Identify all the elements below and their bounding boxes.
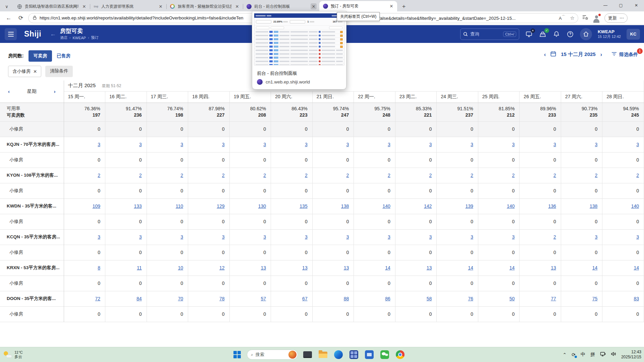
tab-search-menu-button[interactable]: ∨ bbox=[0, 1, 13, 11]
close-tab-icon[interactable]: ✕ bbox=[234, 3, 240, 9]
read-aloud-icon[interactable]: A⌒ bbox=[559, 15, 566, 21]
available-count-link[interactable]: 3 bbox=[263, 142, 266, 147]
available-count-link[interactable]: 3 bbox=[512, 142, 515, 147]
calendar-icon[interactable] bbox=[550, 51, 556, 58]
available-count-link[interactable]: 3 bbox=[595, 142, 598, 147]
available-count-link[interactable]: 3 bbox=[471, 142, 473, 147]
available-count-link[interactable]: 3 bbox=[388, 142, 390, 147]
available-count-link[interactable]: 13 bbox=[551, 265, 556, 270]
available-count-link[interactable]: 3 bbox=[429, 142, 432, 147]
available-count-link[interactable]: 135 bbox=[300, 203, 307, 209]
available-count-link[interactable]: 2 bbox=[636, 173, 639, 178]
available-count-link[interactable]: 50 bbox=[509, 296, 515, 301]
available-count-link[interactable]: 138 bbox=[341, 203, 349, 209]
back-icon[interactable]: ← bbox=[4, 13, 13, 23]
menu-dots-icon[interactable]: ⋯ bbox=[620, 15, 624, 20]
volume-tray-icon[interactable] bbox=[611, 352, 616, 358]
available-count-link[interactable]: 3 bbox=[180, 142, 183, 147]
weather-widget[interactable]: 11°C 多云 bbox=[3, 347, 23, 362]
notifications-bell-icon[interactable] bbox=[552, 30, 560, 38]
available-count-link[interactable]: 138 bbox=[590, 203, 597, 209]
available-count-link[interactable]: 3 bbox=[429, 234, 432, 240]
back-arrow-icon[interactable]: ← bbox=[50, 31, 56, 38]
workstation-offline-icon[interactable]: ✕ bbox=[525, 30, 533, 38]
available-count-link[interactable]: 3 bbox=[263, 234, 266, 240]
blue-grid-app-icon[interactable] bbox=[348, 349, 360, 360]
refresh-icon[interactable]: ⟳ bbox=[16, 13, 25, 23]
available-count-link[interactable]: 2 bbox=[595, 173, 598, 178]
available-count-link[interactable]: 12 bbox=[219, 265, 225, 270]
available-count-link[interactable]: 3 bbox=[222, 234, 225, 240]
available-count-link[interactable]: 3 bbox=[636, 142, 639, 147]
help-icon[interactable] bbox=[566, 30, 574, 38]
available-count-link[interactable]: 88 bbox=[344, 296, 349, 301]
new-tab-button[interactable]: ＋ bbox=[399, 1, 409, 11]
available-count-link[interactable]: 84 bbox=[137, 296, 142, 301]
available-count-link[interactable]: 2 bbox=[471, 173, 473, 178]
available-count-link[interactable]: 13 bbox=[261, 265, 266, 270]
available-count-link[interactable]: 140 bbox=[382, 203, 390, 209]
remove-chip-icon[interactable]: ✕ bbox=[33, 69, 37, 74]
available-count-link[interactable]: 109 bbox=[93, 203, 100, 209]
profile-avatar[interactable] bbox=[592, 14, 600, 22]
breadcrumb-property[interactable]: KWEAP bbox=[72, 36, 86, 40]
breadcrumb-hotel[interactable]: 酒店 bbox=[60, 35, 67, 40]
blue-app-icon[interactable] bbox=[364, 349, 375, 360]
start-button[interactable] bbox=[231, 349, 243, 360]
available-count-link[interactable]: 142 bbox=[424, 203, 432, 209]
prev-week-button[interactable]: ‹ bbox=[8, 88, 10, 94]
available-count-link[interactable]: 2 bbox=[512, 173, 515, 178]
breadcrumb-reservation[interactable]: 预订 bbox=[91, 35, 98, 40]
available-count-link[interactable]: 3 bbox=[553, 142, 556, 147]
available-count-link[interactable]: 3 bbox=[346, 234, 349, 240]
available-count-link[interactable]: 129 bbox=[217, 203, 224, 209]
available-count-link[interactable]: 72 bbox=[95, 296, 100, 301]
available-count-link[interactable]: 83 bbox=[634, 296, 639, 301]
available-count-link[interactable]: 3 bbox=[222, 142, 225, 147]
close-tab-icon[interactable]: ✕ bbox=[81, 3, 87, 9]
row-label[interactable]: KYON - 108平方米的客... bbox=[0, 168, 64, 183]
available-count-link[interactable]: 3 bbox=[180, 234, 183, 240]
clear-filters-button[interactable]: 清除条件 bbox=[45, 66, 73, 77]
wechat-icon[interactable] bbox=[379, 349, 390, 360]
row-label[interactable]: DOON - 35平方米的客... bbox=[0, 291, 64, 306]
row-label[interactable]: KWDN - 35平方米的客... bbox=[0, 198, 64, 214]
next-week-button[interactable]: › bbox=[54, 88, 56, 94]
tab-guest-query[interactable]: 旅客查询 - 紫楠旅馆业治安信息管 ✕ bbox=[166, 1, 243, 11]
chrome-icon[interactable] bbox=[394, 349, 406, 360]
current-date[interactable]: 15 十二月 2025 bbox=[561, 51, 595, 58]
available-count-link[interactable]: 3 bbox=[471, 234, 473, 240]
available-count-link[interactable]: 11 bbox=[137, 265, 142, 270]
remote-desktop-app-icon[interactable] bbox=[302, 349, 313, 360]
available-count-link[interactable]: 3 bbox=[305, 142, 308, 147]
available-count-link[interactable]: 67 bbox=[302, 296, 308, 301]
available-count-link[interactable]: 3 bbox=[139, 142, 142, 147]
taskbar-clock[interactable]: 12:43 2025/12/15 bbox=[621, 350, 641, 360]
taskbar-search-input[interactable]: ⌕ 搜索 bbox=[247, 350, 298, 360]
available-count-link[interactable]: 110 bbox=[176, 203, 183, 209]
available-count-link[interactable]: 13 bbox=[302, 265, 308, 270]
available-count-link[interactable]: 14 bbox=[592, 265, 598, 270]
available-count-link[interactable]: 3 bbox=[595, 234, 598, 240]
available-count-link[interactable]: 86 bbox=[385, 296, 390, 301]
available-count-link[interactable]: 10 bbox=[178, 265, 183, 270]
file-explorer-icon[interactable] bbox=[317, 349, 329, 360]
available-count-link[interactable]: 2 bbox=[98, 173, 100, 178]
browser-update-button[interactable]: 更新 ⋯ bbox=[604, 13, 628, 23]
available-count-link[interactable]: 75 bbox=[592, 296, 598, 301]
available-count-link[interactable]: 140 bbox=[631, 203, 639, 209]
available-count-link[interactable]: 3 bbox=[139, 234, 142, 240]
available-count-link[interactable]: 2 bbox=[553, 173, 556, 178]
cashier-icon[interactable]: ✓ bbox=[539, 30, 547, 38]
user-avatar[interactable]: KC bbox=[627, 29, 640, 40]
available-count-link[interactable]: 8 bbox=[98, 265, 100, 270]
available-count-link[interactable]: 136 bbox=[548, 203, 556, 209]
property-info[interactable]: KWEAP 15 12月 12:42 bbox=[598, 29, 621, 39]
available-count-link[interactable]: 2 bbox=[180, 173, 183, 178]
available-count-link[interactable]: 3 bbox=[636, 234, 639, 240]
favorite-star-icon[interactable]: ☆ bbox=[570, 15, 575, 21]
ime-language-indicator[interactable]: 中 bbox=[581, 352, 585, 358]
available-count-link[interactable]: 130 bbox=[258, 203, 266, 209]
close-tab-icon[interactable]: ✕ bbox=[388, 3, 394, 9]
available-count-link[interactable]: 2 bbox=[305, 173, 308, 178]
